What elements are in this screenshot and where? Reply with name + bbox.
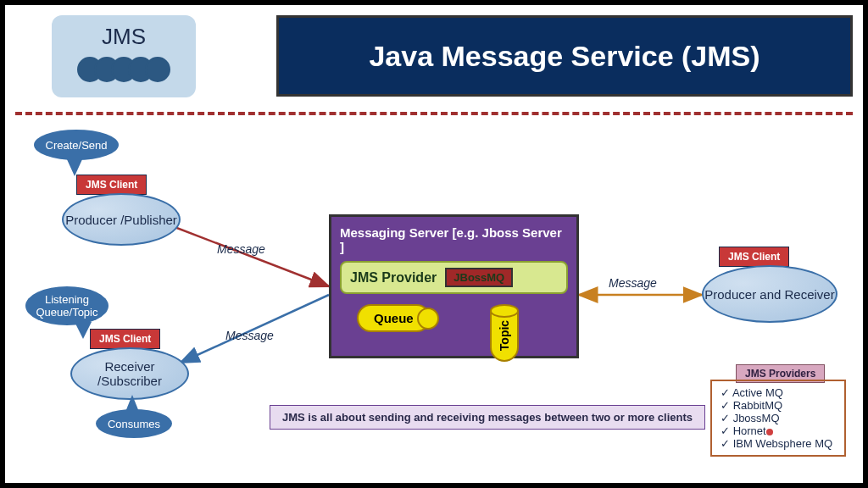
receiver-tag: JMS Client xyxy=(90,329,160,349)
logo-circles-icon xyxy=(77,57,170,82)
server-bottom: Queue Topic xyxy=(340,304,568,362)
logo-text: JMS xyxy=(102,24,146,50)
providers-box: Active MQ RabbitMQ JbossMQ Hornet IBM We… xyxy=(710,380,846,457)
queue-circle-icon xyxy=(417,308,439,330)
provider-label: JMS Provider xyxy=(350,270,437,286)
producer-tag: JMS Client xyxy=(76,175,147,195)
callout-tail-icon xyxy=(66,158,83,176)
logo-container: JMS xyxy=(5,5,242,107)
diagram-canvas: Create/Send JMS Client Producer /Publish… xyxy=(15,125,853,481)
receiver-label: Receiver /Subscriber xyxy=(72,359,187,388)
title-bar: Java Message Service (JMS) xyxy=(276,15,853,97)
receiver-callout-text: Listening Queue/Topic xyxy=(36,293,98,319)
divider xyxy=(15,112,853,115)
receiver-arrow-label: Message xyxy=(225,329,274,342)
topic-body: Topic xyxy=(490,311,519,362)
footer-note: JMS is all about sending and receiving m… xyxy=(270,405,705,430)
provider-item: IBM Websphere MQ xyxy=(721,437,836,450)
provider-item: RabbitMQ xyxy=(721,399,836,412)
queue-label: Queue xyxy=(374,311,414,325)
consumes-callout: Consumes xyxy=(96,409,172,438)
provider-strip: JMS Provider JBossMQ xyxy=(340,261,568,294)
provider-item: JbossMQ xyxy=(721,412,836,424)
jbossmq-tag: JBossMQ xyxy=(445,268,513,287)
producer-arrow-label: Message xyxy=(217,242,265,256)
receiver-node: Receiver /Subscriber xyxy=(70,347,189,400)
right-node: Producer and Receiver xyxy=(702,265,837,323)
server-title: Messaging Server [e.g. Jboss Server ] xyxy=(340,225,568,254)
right-label: Producer and Receiver xyxy=(704,287,834,302)
topic-top-icon xyxy=(490,304,519,318)
jms-logo: JMS xyxy=(52,15,196,97)
producer-callout: Create/Send xyxy=(34,130,119,160)
callout-tail-icon xyxy=(75,322,92,339)
right-tag: JMS Client xyxy=(719,247,789,267)
providers-list: Active MQ RabbitMQ JbossMQ Hornet IBM We… xyxy=(721,386,836,450)
producer-callout-text: Create/Send xyxy=(46,139,108,152)
header-row: JMS Java Message Service (JMS) xyxy=(5,5,863,107)
consumes-text: Consumes xyxy=(108,418,160,430)
topic-cylinder: Topic xyxy=(490,304,519,362)
producer-node: Producer /Publisher xyxy=(62,193,181,246)
provider-item: Hornet xyxy=(721,424,836,437)
provider-item: Active MQ xyxy=(721,386,836,399)
topic-label: Topic xyxy=(498,320,511,351)
page-title: Java Message Service (JMS) xyxy=(369,40,760,73)
messaging-server: Messaging Server [e.g. Jboss Server ] JM… xyxy=(329,214,579,358)
producer-label: Producer /Publisher xyxy=(65,213,177,227)
right-arrow-label: Message xyxy=(609,276,657,290)
receiver-callout: Listening Queue/Topic xyxy=(25,286,108,325)
